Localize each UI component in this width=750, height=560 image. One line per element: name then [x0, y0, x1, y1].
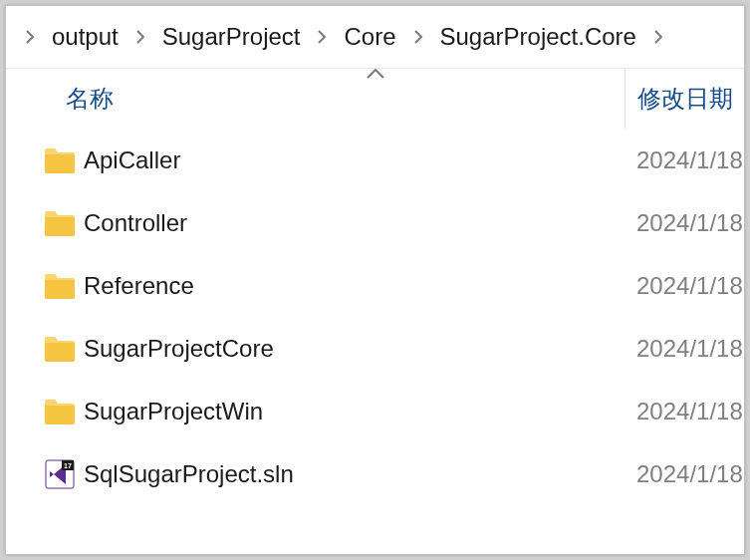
folder-icon [42, 268, 78, 304]
item-name: Controller [78, 209, 625, 237]
item-date: 2024/1/18 [625, 460, 744, 488]
list-item[interactable]: SugarProjectWin 2024/1/18 [6, 380, 744, 442]
item-date: 2024/1/18 [625, 209, 744, 237]
item-date: 2024/1/18 [625, 398, 744, 425]
folder-icon [42, 331, 78, 367]
list-item[interactable]: Controller 2024/1/18 [6, 191, 744, 254]
sort-ascending-icon [367, 69, 384, 79]
breadcrumb-item[interactable]: Core [336, 17, 403, 57]
chevron-right-icon [646, 25, 670, 49]
item-name: Reference [78, 272, 625, 300]
svg-text:17: 17 [64, 462, 72, 469]
breadcrumb-item[interactable]: output [44, 17, 126, 57]
file-explorer-window: output SugarProject Core SugarProject.Co… [5, 5, 745, 555]
column-headers: 名称 修改日期 [6, 69, 744, 129]
folder-icon [42, 205, 78, 241]
list-item[interactable]: ApiCaller 2024/1/18 [6, 129, 744, 191]
vs-solution-icon: 17 [42, 456, 78, 492]
item-name: SugarProjectWin [78, 398, 625, 425]
breadcrumb[interactable]: output SugarProject Core SugarProject.Co… [6, 6, 744, 69]
item-name: ApiCaller [78, 146, 625, 174]
folder-icon [42, 142, 78, 178]
item-name: SqlSugarProject.sln [78, 460, 625, 488]
file-list: ApiCaller 2024/1/18 Controller 2024/1/18… [6, 129, 744, 554]
breadcrumb-item[interactable]: SugarProject [154, 17, 309, 57]
folder-icon [42, 394, 78, 429]
chevron-right-icon [406, 25, 430, 49]
column-header-name[interactable]: 名称 [6, 83, 625, 115]
item-name: SugarProjectCore [78, 335, 625, 363]
list-item[interactable]: SugarProjectCore 2024/1/18 [6, 317, 744, 380]
chevron-right-icon [310, 25, 334, 49]
list-item[interactable]: 17 SqlSugarProject.sln 2024/1/18 [6, 442, 744, 505]
item-date: 2024/1/18 [625, 146, 744, 174]
breadcrumb-item[interactable]: SugarProject.Core [432, 17, 644, 57]
column-header-date[interactable]: 修改日期 [625, 69, 744, 129]
item-date: 2024/1/18 [625, 272, 744, 300]
list-item[interactable]: Reference 2024/1/18 [6, 254, 744, 317]
item-date: 2024/1/18 [625, 335, 744, 363]
chevron-right-icon [128, 25, 152, 49]
chevron-right-icon [18, 25, 42, 49]
